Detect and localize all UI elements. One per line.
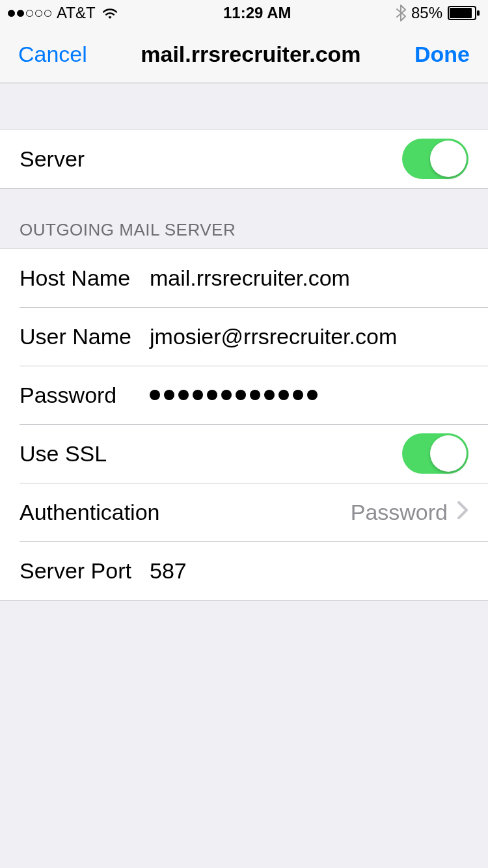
- password-value[interactable]: [150, 390, 468, 400]
- server-port-value[interactable]: 587: [150, 558, 468, 584]
- svg-rect-2: [477, 10, 480, 16]
- cancel-button[interactable]: Cancel: [18, 42, 87, 67]
- server-port-row[interactable]: Server Port 587: [0, 541, 488, 600]
- status-left: AT&T: [8, 4, 119, 22]
- carrier-label: AT&T: [57, 4, 96, 22]
- server-row: Server: [0, 129, 488, 188]
- username-value[interactable]: jmosier@rrsrecruiter.com: [150, 324, 468, 349]
- password-label: Password: [20, 383, 150, 408]
- use-ssl-label: Use SSL: [20, 441, 107, 467]
- server-port-label: Server Port: [20, 558, 150, 584]
- status-bar: AT&T 11:29 AM 85%: [0, 0, 488, 26]
- signal-strength-icon: [8, 10, 51, 17]
- chevron-right-icon: [457, 500, 468, 524]
- battery-percentage: 85%: [411, 4, 442, 22]
- password-row[interactable]: Password: [0, 366, 488, 424]
- server-label: Server: [20, 146, 85, 172]
- authentication-value: Password: [160, 500, 448, 525]
- server-toggle-group: Server: [0, 129, 488, 189]
- authentication-row[interactable]: Authentication Password: [0, 483, 488, 541]
- wifi-icon: [101, 6, 119, 20]
- username-label: User Name: [20, 324, 150, 349]
- outgoing-group: Host Name mail.rrsrecruiter.com User Nam…: [0, 248, 488, 601]
- done-button[interactable]: Done: [414, 42, 470, 67]
- server-toggle[interactable]: [402, 139, 468, 179]
- svg-rect-1: [450, 8, 472, 18]
- password-dots-icon: [150, 390, 468, 400]
- battery-icon: [448, 6, 480, 20]
- status-time: 11:29 AM: [223, 4, 291, 22]
- hostname-label: Host Name: [20, 265, 150, 291]
- authentication-label: Authentication: [20, 500, 160, 525]
- status-right: 85%: [396, 4, 480, 22]
- outgoing-section-header: OUTGOING MAIL SERVER: [0, 189, 488, 248]
- hostname-row[interactable]: Host Name mail.rrsrecruiter.com: [0, 249, 488, 307]
- nav-bar: Cancel mail.rrsrecruiter.com Done: [0, 26, 488, 83]
- use-ssl-row: Use SSL: [0, 424, 488, 483]
- use-ssl-toggle[interactable]: [402, 433, 468, 474]
- bluetooth-icon: [396, 5, 406, 21]
- nav-title: mail.rrsrecruiter.com: [87, 42, 414, 67]
- username-row[interactable]: User Name jmosier@rrsrecruiter.com: [0, 307, 488, 366]
- hostname-value[interactable]: mail.rrsrecruiter.com: [150, 265, 468, 291]
